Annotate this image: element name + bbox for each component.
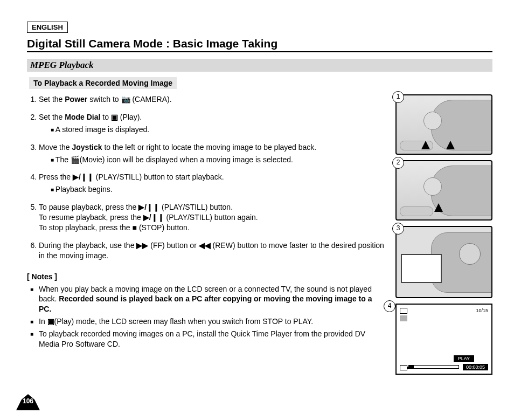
notes-heading: [ Notes ] [27, 272, 385, 282]
arrow-up-icon [434, 203, 443, 212]
subsection-heading: To Playback a Recorded Moving Image [29, 77, 177, 89]
figure-4: 4 10/15 PLAY 00:00:05 [395, 304, 492, 375]
figure-3-number: 3 [392, 223, 404, 235]
play-mode-icon: ▣ [47, 317, 54, 326]
ff-icon: ▶▶ [136, 241, 148, 250]
progress-bar [408, 365, 459, 369]
play-still-icon: ▶/❙❙ [143, 213, 164, 222]
play-still-icon: ▶/❙❙ [73, 173, 94, 181]
figure-2: 2 [395, 160, 492, 221]
figure-1: 1 [395, 94, 492, 155]
play-status-label: PLAY [454, 355, 474, 362]
note-3: To playback recorded moving images on a … [27, 329, 385, 349]
step-2: Set the Mode Dial to ▣ (Play). A stored … [39, 112, 385, 135]
movie-icon: 🎬 [71, 155, 80, 164]
figure-1-illustration [395, 94, 492, 155]
section-heading: MPEG Playback [27, 59, 492, 72]
step-3: Move the Joystick to the left or right t… [39, 142, 385, 165]
rew-icon: ◀◀ [199, 241, 211, 250]
figure-3: 3 [395, 226, 492, 298]
figure-3-illustration [395, 226, 492, 298]
step-2-sub: A stored image is displayed. [51, 125, 385, 135]
camera-icon: 📷 [121, 95, 130, 104]
play-still-icon: ▶/❙❙ [138, 203, 159, 211]
step-5: To pause playback, press the ▶/❙❙ (PLAY/… [39, 202, 385, 233]
arrow-up-icon [446, 141, 455, 149]
figure-4-number: 4 [384, 300, 395, 312]
step-1: Set the Power switch to 📷 (CAMERA). [39, 94, 385, 105]
language-label: ENGLISH [27, 22, 68, 33]
movie-clip-icon [400, 315, 407, 321]
play-mode-icon: ▣ [111, 113, 118, 121]
playback-screen: 10/15 PLAY 00:00:05 [395, 304, 492, 375]
battery-icon [400, 365, 407, 370]
page-number: 106 [16, 397, 40, 405]
page-title: Digital Still Camera Mode : Basic Image … [27, 37, 492, 52]
instruction-column: Set the Power switch to 📷 (CAMERA). Set … [27, 94, 385, 352]
page-number-badge: 106 [16, 394, 40, 410]
step-6: During the playback, use the ▶▶ (FF) but… [39, 240, 385, 261]
figure-2-number: 2 [392, 157, 404, 169]
figure-column: 1 2 3 4 [395, 94, 492, 375]
note-2: In ▣(Play) mode, the LCD screen may flas… [27, 316, 385, 327]
figure-2-illustration [395, 160, 492, 221]
step-4: Press the ▶/❙❙ (PLAY/STILL) button to st… [39, 172, 385, 195]
card-icon [400, 308, 407, 314]
note-1: When you play back a moving image on the… [27, 284, 385, 315]
arrow-up-icon [421, 141, 430, 149]
elapsed-time: 00:00:05 [463, 364, 488, 370]
stop-icon: ■ [133, 223, 137, 232]
image-counter: 10/15 [476, 308, 488, 313]
figure-1-number: 1 [392, 91, 404, 103]
step-4-sub: Playback begins. [51, 184, 385, 195]
step-3-sub: The 🎬(Movie) icon will be displayed when… [51, 155, 385, 165]
